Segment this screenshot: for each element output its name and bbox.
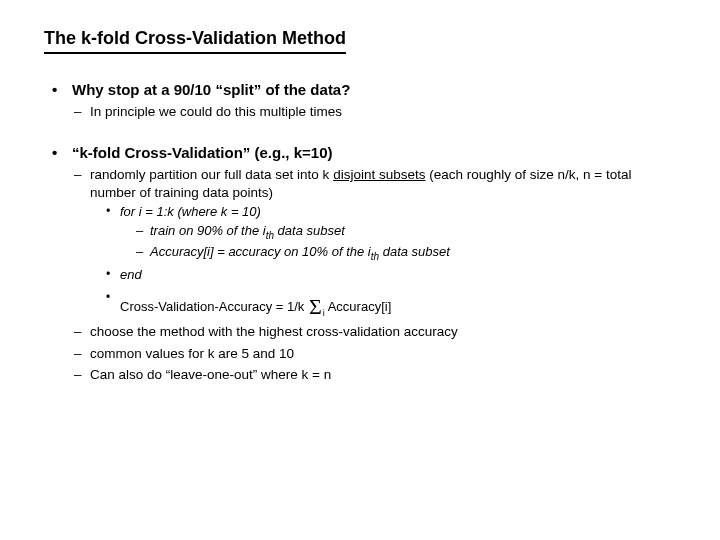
b2-dot1-sub: train on 90% of the ith data subset Accu… [134,223,676,263]
bullet-list: Why stop at a 90/10 “split” of the data?… [44,80,676,384]
b2-dot1-text: for i = 1:k (where k = 10) [120,204,261,219]
sigma-icon: Σ [309,292,322,322]
b2-d4: Can also do “leave-one-out” where k = n [72,366,676,384]
title-wrap: The k-fold Cross-Validation Method [44,28,676,80]
b2-dd2: Accuracy[i] = accuracy on 10% of the ith… [134,244,676,263]
b2-dd1-a: train on 90% of the i [150,223,266,238]
b2-dot3-b: i [323,308,325,318]
b2-d1: randomly partition our full data set int… [72,166,676,319]
b2-d1-a: randomly partition our full data set int… [90,167,333,182]
bullet-2-text: “k-fold Cross-Validation” (e.g., k=10) [72,144,332,161]
b2-dd1-c: data subset [274,223,345,238]
b2-dot3-c: Accuracy[i] [325,299,391,314]
b2-dot3: Cross-Validation-Accuracy = 1/k Σi Accur… [104,289,676,319]
slide: The k-fold Cross-Validation Method Why s… [0,0,720,540]
bullet-2-sub: randomly partition our full data set int… [72,166,676,384]
b2-dd1: train on 90% of the ith data subset [134,223,676,242]
b2-d1-dots: for i = 1:k (where k = 10) train on 90% … [104,203,676,319]
b2-dd2-a: Accuracy[i] = accuracy on 10% of the i [150,244,371,259]
b2-dot1: for i = 1:k (where k = 10) train on 90% … [104,203,676,263]
bullet-1-sub: In principle we could do this multiple t… [72,103,676,121]
b2-dd1-b: th [266,229,274,240]
bullet-1-sub-1: In principle we could do this multiple t… [72,103,676,121]
b2-dd2-c: data subset [379,244,450,259]
b2-dot2: end [104,266,676,284]
bullet-1: Why stop at a 90/10 “split” of the data?… [44,80,676,121]
bullet-1-text: Why stop at a 90/10 “split” of the data? [72,81,350,98]
b2-d1-b: disjoint subsets [333,167,425,182]
b2-dd2-b: th [371,251,379,262]
b2-d2: choose the method with the highest cross… [72,323,676,341]
b2-dot3-a: Cross-Validation-Accuracy = 1/k [120,299,308,314]
slide-title: The k-fold Cross-Validation Method [44,28,346,54]
bullet-2: “k-fold Cross-Validation” (e.g., k=10) r… [44,143,676,384]
b2-d3: common values for k are 5 and 10 [72,345,676,363]
